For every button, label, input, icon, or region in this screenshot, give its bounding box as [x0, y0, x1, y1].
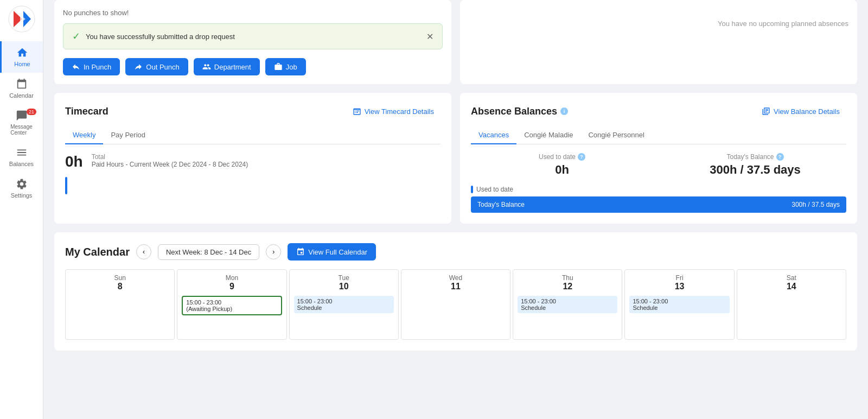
sidebar: Home Calendar 21 MessageCenter Balances …	[0, 0, 43, 419]
department-button[interactable]: Department	[194, 58, 260, 75]
used-bar-indicator	[471, 186, 473, 193]
day-number: 13	[629, 282, 729, 291]
absence-balances-card: Absence Balances i View Balance Details …	[460, 93, 857, 224]
used-to-date: Used to date ? 0h	[471, 153, 653, 177]
event-time: 15:00 - 23:00	[186, 299, 277, 306]
todays-balance: Today's Balance ? 300h / 37.5 days	[664, 153, 846, 177]
calendar-day-sat: Sat14	[737, 269, 846, 340]
settings-icon	[16, 178, 28, 190]
balance-link-icon	[762, 107, 770, 116]
view-timecard-button[interactable]: View Timecard Details	[346, 104, 441, 119]
calendar-day-thu: Thu1215:00 - 23:00Schedule	[513, 269, 622, 340]
day-number: 10	[294, 282, 394, 291]
event-label: Schedule	[521, 304, 614, 311]
sidebar-item-settings[interactable]: Settings	[0, 173, 43, 204]
sidebar-item-label: Home	[14, 61, 30, 67]
timecard-body: 0h Total Paid Hours - Current Week (2 De…	[65, 153, 441, 170]
timecard-card: Timecard View Timecard Details Weekly Pa…	[54, 93, 451, 224]
timecard-total-label: Total	[92, 153, 248, 161]
day-name: Sat	[742, 274, 841, 282]
day-name: Mon	[182, 274, 282, 282]
day-name: Sun	[70, 274, 170, 282]
calendar-event[interactable]: 15:00 - 23:00Schedule	[518, 296, 617, 313]
notification-message: You have successfully submitted a drop r…	[86, 33, 235, 41]
success-notification: ✓ You have successfully submitted a drop…	[63, 23, 443, 49]
tab-vacances[interactable]: Vacances	[471, 126, 516, 144]
balance-grid: Used to date ? 0h Today's Balance ? 300h…	[471, 153, 846, 177]
in-punch-icon	[72, 62, 80, 71]
sidebar-item-balances[interactable]: Balances	[0, 141, 43, 173]
calendar-date-range: Next Week: 8 Dec - 14 Dec	[158, 244, 259, 260]
punch-buttons: In Punch Out Punch Department Job	[63, 58, 443, 75]
out-punch-button[interactable]: Out Punch	[125, 58, 188, 75]
calendar-prev-button[interactable]: ‹	[136, 244, 151, 259]
balances-icon	[16, 147, 28, 158]
calendar-next-button[interactable]: ›	[266, 244, 281, 259]
event-time: 15:00 - 23:00	[521, 298, 614, 304]
no-absences-text: You have no upcoming planned absences	[469, 20, 848, 28]
calendar-header: My Calendar ‹ Next Week: 8 Dec - 14 Dec …	[65, 243, 846, 261]
day-number: 9	[182, 282, 282, 291]
event-label: Schedule	[297, 304, 391, 311]
department-icon	[202, 62, 211, 71]
sidebar-item-messages[interactable]: 21 MessageCenter	[0, 104, 43, 141]
balance-info-icon[interactable]: ?	[776, 153, 784, 161]
calendar-icon	[16, 78, 28, 90]
chart-bar-todays-balance: Today's Balance 300h / 37.5 days	[471, 196, 846, 213]
sidebar-item-home[interactable]: Home	[0, 41, 43, 73]
in-punch-button[interactable]: In Punch	[63, 58, 120, 75]
tab-pay-period[interactable]: Pay Period	[103, 126, 153, 144]
notification-close-button[interactable]: ✕	[426, 31, 433, 42]
timecard-hours: 0h	[65, 153, 83, 170]
main-content: No punches to show! ✓ You have successfu…	[43, 0, 868, 419]
event-time: 15:00 - 23:00	[633, 298, 726, 304]
sidebar-item-label: Settings	[11, 192, 33, 199]
sidebar-item-calendar[interactable]: Calendar	[0, 73, 43, 104]
todays-balance-value: 300h / 37.5 days	[664, 163, 846, 177]
view-full-calendar-button[interactable]: View Full Calendar	[288, 243, 376, 261]
used-to-date-value: 0h	[471, 163, 653, 177]
job-button[interactable]: Job	[265, 58, 306, 75]
event-time: 15:00 - 23:00	[297, 298, 391, 304]
job-icon	[274, 62, 283, 71]
day-name: Fri	[629, 274, 729, 282]
day-name: Thu	[518, 274, 617, 282]
day-name: Wed	[406, 274, 506, 282]
tab-weekly[interactable]: Weekly	[65, 126, 103, 144]
message-icon	[16, 110, 28, 122]
no-punches-text: No punches to show!	[63, 9, 443, 17]
calendar-day-fri: Fri1315:00 - 23:00Schedule	[624, 269, 734, 340]
calendar-btn-icon	[296, 247, 305, 256]
tab-congie-maladie[interactable]: Congié Maladie	[516, 126, 580, 144]
tab-congie-personnel[interactable]: Congié Personnel	[580, 126, 652, 144]
event-label: (Awaiting Pickup)	[186, 306, 277, 312]
calendar-event[interactable]: 15:00 - 23:00Schedule	[629, 296, 729, 313]
calendar-event[interactable]: 15:00 - 23:00Schedule	[294, 296, 394, 313]
app-logo[interactable]	[8, 5, 35, 33]
upcoming-absences-panel: You have no upcoming planned absences	[460, 0, 857, 84]
absence-info-icon[interactable]: i	[560, 107, 568, 115]
timecard-title: Timecard	[65, 106, 108, 117]
top-row: No punches to show! ✓ You have successfu…	[54, 0, 857, 84]
middle-row: Timecard View Timecard Details Weekly Pa…	[54, 93, 857, 224]
calendar-title: My Calendar	[65, 246, 130, 258]
day-number: 12	[518, 282, 617, 291]
timecard-tabs: Weekly Pay Period	[65, 126, 441, 144]
calendar-section: My Calendar ‹ Next Week: 8 Dec - 14 Dec …	[54, 232, 857, 351]
absence-title: Absence Balances i	[471, 106, 568, 117]
event-label: Schedule	[633, 304, 726, 311]
day-number: 14	[742, 282, 841, 291]
timecard-link-icon	[353, 107, 361, 116]
calendar-day-sun: Sun8	[65, 269, 175, 340]
out-punch-icon	[134, 62, 143, 71]
calendar-grid: Sun8Mon915:00 - 23:00(Awaiting Pickup)Tu…	[65, 269, 846, 340]
calendar-event[interactable]: 15:00 - 23:00(Awaiting Pickup)	[182, 296, 282, 315]
view-balance-button[interactable]: View Balance Details	[755, 104, 846, 119]
day-name: Tue	[294, 274, 394, 282]
timecard-progress-bar	[65, 177, 67, 194]
used-info-icon[interactable]: ?	[578, 153, 585, 161]
message-badge: 21	[27, 109, 36, 115]
day-number: 8	[70, 282, 170, 291]
balance-chart: Used to date Today's Balance 300h / 37.5…	[471, 186, 846, 213]
sidebar-item-label: MessageCenter	[10, 124, 33, 136]
